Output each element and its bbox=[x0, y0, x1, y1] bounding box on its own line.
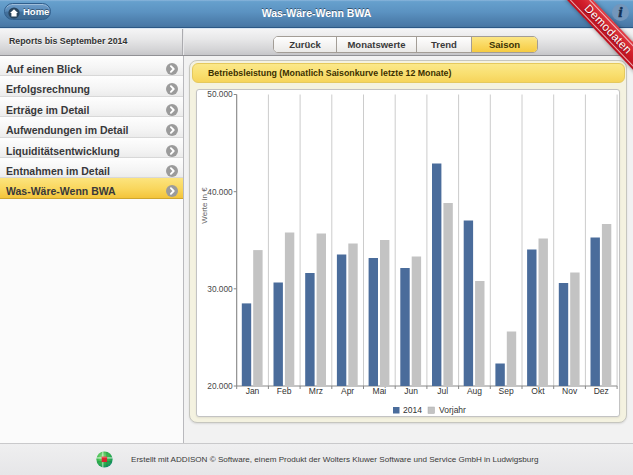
svg-text:Apr: Apr bbox=[341, 386, 354, 396]
svg-text:Nov: Nov bbox=[562, 386, 578, 396]
svg-text:Werte in €: Werte in € bbox=[200, 187, 209, 224]
svg-text:Jan: Jan bbox=[246, 386, 260, 396]
svg-text:Jun: Jun bbox=[404, 386, 418, 396]
svg-text:Sep: Sep bbox=[499, 386, 514, 396]
svg-text:Aug: Aug bbox=[467, 386, 482, 396]
svg-text:Jul: Jul bbox=[437, 386, 448, 396]
svg-text:Dez: Dez bbox=[594, 386, 609, 396]
svg-text:Mai: Mai bbox=[373, 386, 387, 396]
svg-text:2014: 2014 bbox=[403, 405, 422, 415]
svg-text:Vorjahr: Vorjahr bbox=[439, 405, 466, 415]
svg-text:40.000: 40.000 bbox=[207, 187, 233, 197]
svg-text:Mrz: Mrz bbox=[309, 386, 323, 396]
svg-text:Okt: Okt bbox=[531, 386, 545, 396]
svg-text:Feb: Feb bbox=[277, 386, 292, 396]
svg-text:20.000: 20.000 bbox=[207, 381, 233, 391]
svg-text:30.000: 30.000 bbox=[207, 284, 233, 294]
svg-text:50.000: 50.000 bbox=[207, 89, 233, 99]
